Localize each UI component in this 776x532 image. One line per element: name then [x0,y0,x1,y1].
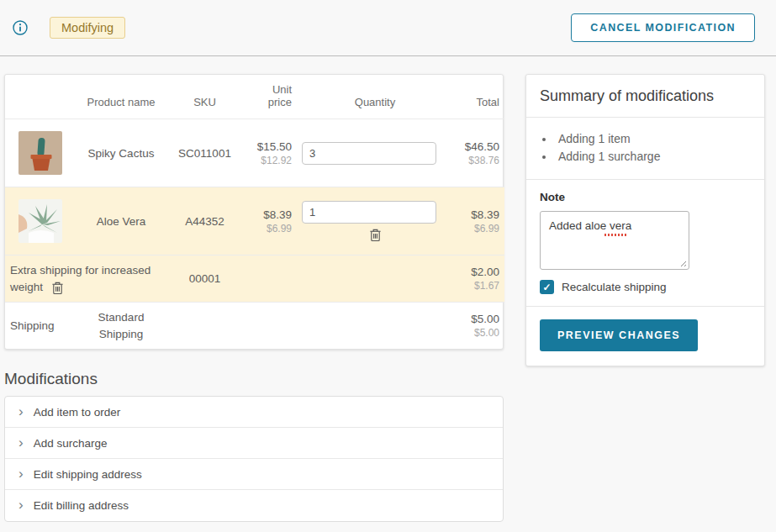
product-image-cactus [18,131,62,175]
cell-shipping-method: Standard Shipping [77,303,165,350]
modifications-title: Modifications [4,370,504,388]
chevron-right-icon: › [18,435,24,450]
chevron-right-icon: › [18,498,24,512]
info-icon[interactable] [13,20,28,35]
note-section: Note Added aloe vera ✓ Recalculate shipp… [526,180,764,307]
table-header-row: Product name SKU Unit price Quantity Tot… [5,75,504,119]
spellcheck-squiggle [604,234,628,236]
cell-quantity-empty [297,303,453,350]
header-product-name: Product name [77,75,165,119]
cell-shipping-label: Shipping [5,303,77,350]
status-badge: Modifying [50,17,125,39]
chevron-right-icon: › [18,404,24,419]
order-column: Product name SKU Unit price Quantity Tot… [4,74,504,522]
checkmark-icon: ✓ [542,282,551,293]
cell-sku: 00001 [165,255,245,303]
top-bar-left: Modifying [13,17,571,39]
main-content: Product name SKU Unit price Quantity Tot… [4,74,776,522]
accordion-label: Add item to order [34,406,121,419]
accordion-label: Add surcharge [34,437,108,450]
cell-unit-price-empty [245,303,297,350]
cell-total: $5.00 $5.00 [453,303,504,350]
total-secondary: $6.99 [458,223,499,234]
recalculate-shipping-row[interactable]: ✓ Recalculate shipping [540,280,751,294]
product-image-aloe [18,199,62,243]
cell-product-name: Aloe Vera [77,187,165,255]
header-quantity: Quantity [297,75,453,119]
quantity-input-aloe[interactable] [302,201,436,224]
accordion-item-add-item[interactable]: › Add item to order [5,397,503,428]
order-table-card: Product name SKU Unit price Quantity Tot… [4,74,504,350]
cell-total: $8.39 $6.99 [453,187,504,255]
table-row-shipping: Shipping Standard Shipping $5.00 $5.00 [5,303,504,350]
cell-quantity [297,119,453,187]
table-row-aloe: Aloe Vera A44352 $8.39 $6.99 [5,187,504,255]
modifications-accordion: › Add item to order › Add surcharge › Ed… [4,396,504,522]
unit-price-secondary: $6.99 [250,223,292,234]
header-thumb [5,75,77,119]
top-bar: Modifying CANCEL MODIFICATION [0,0,776,56]
accordion-label: Edit shipping address [34,468,142,481]
table-row-surcharge: Extra shipping for increased weight [5,255,504,303]
trash-icon[interactable] [369,228,382,242]
preview-changes-button[interactable]: PREVIEW CHANGES [540,319,698,351]
cell-thumb [5,187,77,255]
recalculate-shipping-label: Recalculate shipping [562,281,667,293]
total-secondary: $38.76 [458,155,499,166]
cell-thumb [5,119,77,187]
header-unit-price: Unit price [245,75,297,119]
cell-unit-price: $15.50 $12.92 [245,119,297,187]
cell-surcharge-name: Extra shipping for increased weight [5,255,165,303]
cell-sku-empty [165,303,245,350]
summary-title: Summary of modifications [526,75,764,118]
accordion-item-edit-shipping-address[interactable]: › Edit shipping address [5,459,503,490]
accordion-label: Edit billing address [34,499,129,512]
summary-item: Adding 1 surcharge [555,150,751,163]
summary-footer: PREVIEW CHANGES [526,307,764,366]
recalculate-shipping-checkbox[interactable]: ✓ [540,280,554,294]
total-secondary: $1.67 [458,280,499,292]
cell-total: $46.50 $38.76 [453,119,504,187]
cell-quantity [297,187,453,255]
header-total: Total [453,75,504,119]
total-secondary: $5.00 [458,327,499,339]
cell-unit-price-empty [245,255,297,303]
cell-product-name: Spiky Cactus [77,119,165,187]
cell-unit-price: $8.39 $6.99 [245,187,297,255]
table-row-cactus: Spiky Cactus SC011001 $15.50 $12.92 $46.… [5,119,504,187]
quantity-input-cactus[interactable] [302,142,436,165]
unit-price-secondary: $12.92 [250,155,292,166]
cell-sku: SC011001 [165,119,245,187]
trash-icon[interactable] [51,281,64,295]
summary-list: Adding 1 item Adding 1 surcharge [526,118,764,180]
summary-column: Summary of modifications Adding 1 item A… [525,74,765,522]
cell-sku: A44352 [165,187,245,255]
remove-aloe-wrap [308,228,442,242]
cancel-modification-button[interactable]: CANCEL MODIFICATION [571,13,755,42]
cell-quantity-empty [297,255,453,303]
order-table: Product name SKU Unit price Quantity Tot… [5,75,504,349]
note-label: Note [540,191,751,203]
summary-card: Summary of modifications Adding 1 item A… [525,74,765,366]
accordion-item-add-surcharge[interactable]: › Add surcharge [5,428,503,459]
chevron-right-icon: › [18,466,24,481]
note-textarea[interactable]: Added aloe vera [540,211,689,270]
summary-item: Adding 1 item [555,132,751,145]
note-wrap: Added aloe vera [540,211,689,273]
accordion-item-edit-billing-address[interactable]: › Edit billing address [5,490,503,521]
header-sku: SKU [165,75,245,119]
cell-total: $2.00 $1.67 [453,255,504,303]
